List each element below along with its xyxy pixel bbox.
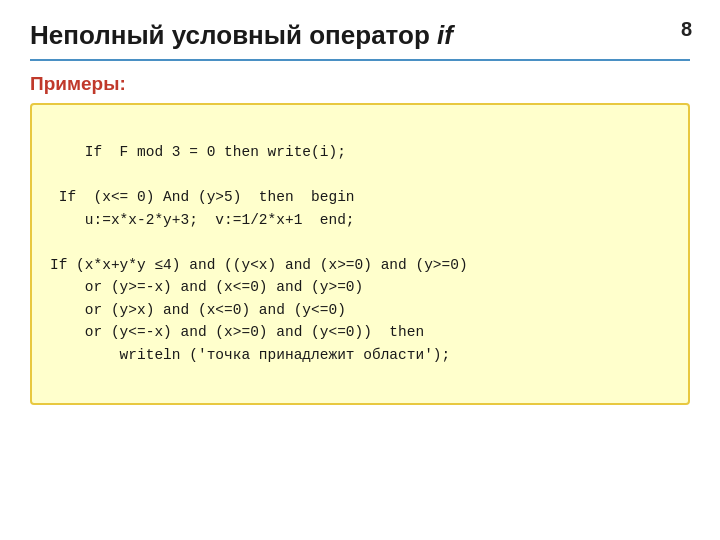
slide: 8 Неполный условный оператор if Примеры:… [0, 0, 720, 540]
code-block: If F mod 3 = 0 then write(i); If (x<= 0)… [30, 103, 690, 405]
title-italic: if [437, 20, 453, 50]
slide-title: Неполный условный оператор if [30, 20, 690, 61]
code-content: If F mod 3 = 0 then write(i); If (x<= 0)… [50, 144, 468, 362]
subtitle: Примеры: [30, 73, 690, 95]
page-number: 8 [681, 18, 692, 41]
title-text: Неполный условный оператор [30, 20, 437, 50]
